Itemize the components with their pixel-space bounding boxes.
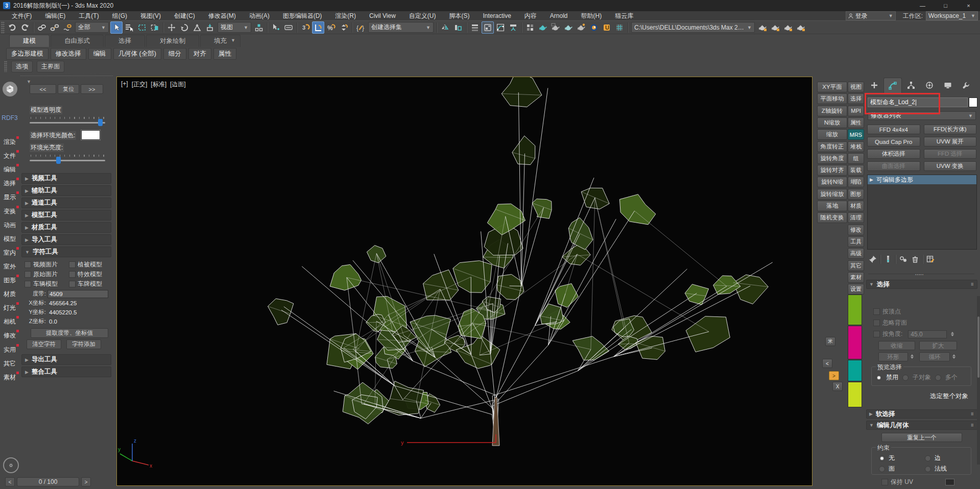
quick-tool-素材[interactable]: 素材	[848, 272, 864, 283]
reset-button[interactable]: 复位	[58, 84, 79, 94]
spinner-2[interactable]	[951, 352, 957, 360]
viewport-label-4[interactable]: [边面]	[170, 80, 186, 89]
select-object-icon[interactable]	[110, 21, 123, 34]
uv-grid-icon[interactable]	[613, 21, 626, 34]
strip-item-17[interactable]: 其它	[0, 359, 19, 368]
quick-tool-图形[interactable]: 图形	[848, 189, 864, 200]
mini-button-1[interactable]: 米	[825, 337, 835, 346]
checkbox[interactable]	[69, 281, 76, 287]
rollout-soft-selection[interactable]: ▶软选择⠿	[866, 409, 977, 419]
nav-prev-button[interactable]: <<	[30, 84, 56, 94]
quick-tool-塌陷[interactable]: 塌陷	[848, 177, 864, 187]
named-selection-set-combo[interactable]: 创建选择集▼	[368, 22, 434, 33]
viewport-label-2[interactable]: [正交]	[132, 80, 148, 89]
shortcut-override-icon[interactable]	[282, 21, 295, 34]
strip-item-1[interactable]: 渲染	[0, 138, 19, 146]
rollout-top-6[interactable]: ▶导入工具	[21, 234, 111, 245]
color-swatch-4[interactable]	[848, 382, 862, 407]
viewport[interactable]: [+][正交][标准][边面] yxyz	[116, 77, 812, 486]
ribbon-tab-2[interactable]: 自由形式	[51, 35, 104, 47]
color-swatch-2[interactable]	[848, 326, 862, 359]
option-button-1[interactable]: 选项	[11, 61, 33, 72]
menu-17[interactable]: 帮助(H)	[575, 11, 609, 20]
strip-item-6[interactable]: 变换	[0, 207, 19, 216]
ribbon-group-5[interactable]: 细分	[163, 48, 186, 60]
snap-percent-icon[interactable]: %	[325, 21, 337, 34]
plugin-logo-icon[interactable]	[3, 82, 17, 96]
panel-scrollbar[interactable]	[977, 296, 980, 464]
select-move-icon[interactable]	[165, 21, 178, 34]
strip-item-3[interactable]: 编辑	[0, 165, 19, 174]
close-button[interactable]: ×	[957, 0, 980, 11]
transparency-slider[interactable]	[30, 122, 105, 124]
mini-button-4[interactable]: X	[832, 382, 843, 391]
menu-1[interactable]: 文件(F)	[5, 11, 38, 20]
preserve-uv-settings-icon[interactable]	[945, 479, 954, 485]
select-rotate-icon[interactable]	[178, 21, 190, 34]
menu-4[interactable]: 组(G)	[106, 11, 134, 20]
strip-item-16[interactable]: 实用	[0, 346, 19, 354]
menu-9[interactable]: 图形编辑器(D)	[276, 11, 329, 20]
layer-manager-icon[interactable]	[469, 21, 481, 34]
viewport-label-1[interactable]: [+]	[121, 80, 128, 89]
ribbon-tab-4[interactable]: 对象绘制	[146, 35, 199, 47]
quick-tool-设置[interactable]: 设置	[848, 284, 864, 295]
quick-tool-平面移动[interactable]: 平面移动	[817, 93, 847, 104]
angle-spinner[interactable]	[949, 332, 955, 336]
rect-region-icon[interactable]	[136, 21, 148, 34]
strip-item-11[interactable]: 图形	[0, 276, 19, 285]
quick-tool-XY平面[interactable]: XY平面	[817, 82, 847, 92]
radio-子对象[interactable]	[902, 375, 909, 381]
curve-editor-icon[interactable]	[494, 21, 507, 34]
strip-item-18[interactable]: 素材	[0, 373, 19, 382]
quick-tool-随机变换[interactable]: 随机变换	[817, 212, 847, 223]
quick-tool-修改[interactable]: 修改	[848, 225, 864, 235]
strip-item-10[interactable]: 室外	[0, 262, 19, 271]
render-setup-icon[interactable]	[549, 21, 562, 34]
use-pivot-center-icon[interactable]	[253, 21, 265, 34]
quick-tool-N缩放[interactable]: N缩放	[817, 117, 847, 128]
strip-item-5[interactable]: 显示	[0, 193, 19, 202]
align-icon[interactable]	[452, 21, 464, 34]
mini-button-3[interactable]: >	[829, 371, 839, 380]
menu-12[interactable]: 自定义(U)	[402, 11, 443, 20]
ribbon-group-1[interactable]: 多边形建模	[6, 48, 49, 60]
checkbox[interactable]	[873, 320, 880, 326]
menu-6[interactable]: 创建(C)	[168, 11, 202, 20]
blender-badge-icon[interactable]	[588, 21, 600, 34]
option-button-2[interactable]: 主界面	[37, 61, 64, 72]
strip-item-14[interactable]: 相机	[0, 317, 19, 326]
menu-18[interactable]: 猫云库	[608, 11, 640, 20]
snap-angle-icon[interactable]	[312, 21, 324, 34]
progress-prev-button[interactable]: <	[5, 477, 15, 486]
checkbox[interactable]	[25, 271, 31, 278]
checkbox[interactable]	[25, 281, 31, 287]
project-path-combo[interactable]: C:\Users\DELL\Documents\3ds Max 2020▼	[631, 22, 755, 33]
quick-tool-缩放[interactable]: 缩放	[817, 129, 847, 140]
rollout-selection[interactable]: ▼选择⠿	[866, 280, 977, 289]
transparency-slider-handle[interactable]	[98, 119, 103, 126]
ribbon-tab-1[interactable]: 建模	[9, 35, 50, 47]
field-value[interactable]: 4509	[47, 290, 108, 298]
quick-tool-落地[interactable]: 落地	[817, 201, 847, 211]
login-dropdown[interactable]: 登录 ▼	[846, 11, 896, 20]
menu-10[interactable]: 渲染(R)	[328, 11, 363, 20]
rollout-top-5[interactable]: ▶材质工具	[21, 222, 111, 233]
rollout-bottom-2[interactable]: ▶整合工具	[21, 366, 111, 377]
menu-7[interactable]: 修改器(M)	[202, 11, 243, 20]
ribbon-group-6[interactable]: 对齐	[188, 48, 211, 60]
quick-tool-选择[interactable]: 选择	[848, 93, 864, 104]
ribbon-tab-3[interactable]: 选择	[105, 35, 145, 47]
rendered-frame-icon[interactable]	[562, 21, 575, 34]
quick-tool-MPI[interactable]: MPI	[848, 106, 864, 116]
radio-禁用[interactable]	[876, 375, 882, 381]
render-shortcut-2-icon[interactable]	[769, 21, 781, 34]
extract-button[interactable]: 提取度带、坐标值	[31, 328, 108, 338]
quick-tool-MRS[interactable]: MRS	[848, 129, 864, 140]
mini-button-2[interactable]: <	[822, 359, 832, 368]
minimize-button[interactable]: —	[911, 0, 934, 11]
coordinate-system-combo[interactable]: 视图▼	[218, 22, 251, 33]
ribbon-group-3[interactable]: 编辑	[88, 48, 111, 60]
strip-item-13[interactable]: 灯光	[0, 304, 19, 312]
select-manipulate-icon[interactable]	[270, 21, 282, 34]
